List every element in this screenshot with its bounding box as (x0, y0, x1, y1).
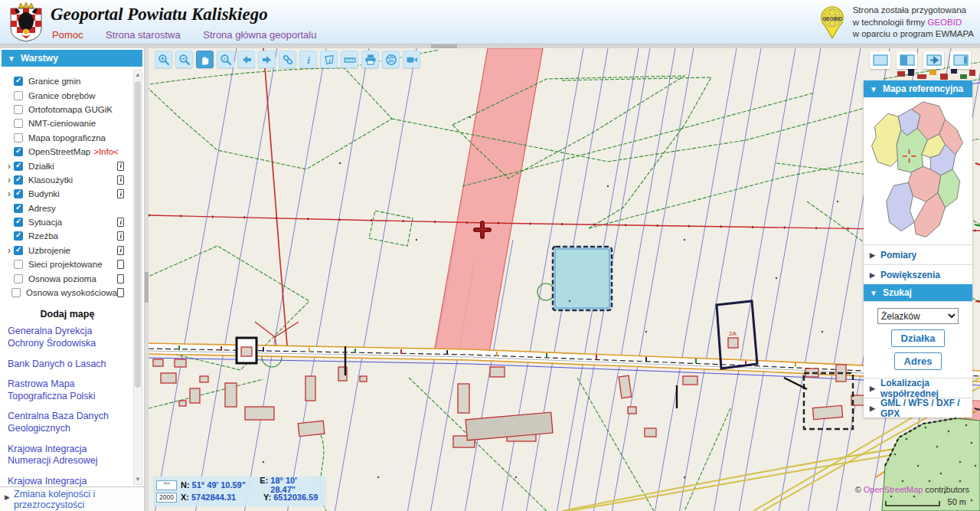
add-map-link-2[interactable]: Rastrowa Mapa Topograficzna Polski (8, 378, 127, 402)
geobid-link[interactable]: GEOBID (928, 18, 962, 27)
add-map-heading: Dodaj mapę (5, 309, 130, 319)
sidebar-scrollbar[interactable]: ▲ ▼ (133, 70, 142, 485)
layer-row-14: Osnowa pozioma (5, 271, 130, 285)
layer-label: Działki (28, 162, 54, 171)
previous-view-icon[interactable] (237, 51, 255, 68)
zoom-out-icon[interactable] (175, 51, 193, 68)
layer-row-9: Adresy (5, 201, 130, 215)
coordinate-format-button[interactable]: °'" (156, 480, 177, 490)
layer-row-4: Mapa topograficzna (5, 131, 130, 145)
layer-document-icon[interactable] (117, 260, 124, 269)
object-info-icon[interactable]: i (320, 51, 338, 68)
layer-document-icon[interactable] (117, 288, 124, 297)
layer-metadata-icon[interactable] (117, 246, 124, 255)
parcel-search-button[interactable]: Działka (891, 329, 946, 347)
layer-label: Budynki (28, 189, 60, 198)
full-map-icon[interactable] (870, 51, 890, 69)
zoom-in-icon[interactable] (155, 51, 172, 68)
layer-info-link[interactable]: >Info< (93, 147, 119, 156)
layer-label: Adresy (28, 204, 56, 213)
layer-checkbox[interactable] (14, 175, 23, 185)
layer-label: Sieci projektowane (28, 260, 103, 269)
coordinates-box: °'" N:51° 49' 10.59" E:18° 10' 28.47" 20… (153, 477, 326, 506)
county-office-link[interactable]: Strona starostwa (106, 29, 181, 41)
coordinate-location-section[interactable]: ▶ Lokalizacja współrzędnej (864, 378, 972, 398)
scroll-down-icon[interactable]: ▼ (134, 475, 142, 484)
add-map-link-1[interactable]: Bank Danych o Lasach (8, 359, 127, 371)
layers-scroll-area: Granice gminGranice obrębówOrtofotomapa … (0, 68, 130, 486)
layer-label: Granice gmin (28, 77, 80, 86)
layer-checkbox[interactable] (14, 204, 23, 213)
layer-row-13: Sieci projektowane (5, 257, 130, 271)
layer-label: Granice obrębów (28, 91, 96, 100)
help-link[interactable]: Pomoc (52, 29, 83, 41)
layer-metadata-icon[interactable] (117, 218, 124, 227)
measure-icon[interactable] (341, 51, 358, 68)
expand-arrow-icon[interactable]: › (5, 190, 14, 198)
split-left-panel-icon[interactable] (897, 51, 917, 69)
globe-icon[interactable] (382, 51, 400, 68)
layer-metadata-icon[interactable] (117, 162, 124, 171)
expand-arrow-icon: ▶ (870, 271, 875, 279)
openstreetmap-link[interactable]: OpenStreetMap (864, 485, 923, 494)
layer-checkbox[interactable] (14, 91, 23, 100)
search-header[interactable]: ▼ Szukaj (864, 284, 972, 301)
layer-checkbox[interactable] (14, 274, 23, 283)
layer-label: NMT-cieniowanie (28, 119, 96, 128)
layer-metadata-icon[interactable] (117, 175, 124, 185)
layer-checkbox[interactable] (14, 246, 23, 255)
layer-checkbox[interactable] (14, 133, 23, 142)
map-canvas[interactable]: 2A (149, 48, 980, 511)
expand-arrow-icon[interactable]: › (5, 247, 14, 254)
layer-checkbox[interactable] (14, 119, 23, 128)
gml-export-section[interactable]: ▶ GML / WFS / DXF / GPX (864, 398, 972, 418)
crs-2000-button[interactable]: 2000 (156, 493, 177, 503)
pan-hand-icon[interactable] (196, 51, 214, 68)
layer-checkbox[interactable] (14, 105, 23, 114)
reference-map-header[interactable]: ▼ Mapa referencyjna (864, 80, 972, 97)
right-panel-icon[interactable] (950, 51, 971, 69)
municipality-select[interactable]: Żelazków (877, 308, 959, 324)
address-search-button[interactable]: Adres (894, 352, 942, 370)
add-map-link-4[interactable]: Krajowa Integracja Numeracji Adresowej (8, 444, 127, 467)
zoom-window-icon[interactable] (217, 51, 234, 68)
add-map-links: Generalna Dyrekcja Ochrony ŚrodowiskaBan… (5, 326, 130, 486)
layers-panel-header[interactable]: ▼ Warstwy (2, 50, 142, 67)
layer-metadata-icon[interactable] (117, 231, 124, 241)
geobid-logo: GEOBID (818, 5, 847, 40)
layers-panel-title: Warstwy (21, 53, 58, 64)
add-map-link-0[interactable]: Generalna Dyrekcja Ochrony Środowiska (8, 326, 127, 349)
measures-section[interactable]: ▶ Pomiary (864, 244, 972, 264)
layer-checkbox[interactable] (14, 77, 23, 86)
layer-row-10: Sytuacja (5, 215, 130, 229)
layer-metadata-icon[interactable] (117, 189, 124, 198)
layer-document-icon[interactable] (117, 274, 124, 283)
layer-checkbox[interactable] (14, 162, 23, 171)
layer-row-2: Ortofotomapa GUGiK (5, 103, 130, 116)
camera-icon[interactable] (403, 51, 420, 68)
map-viewport[interactable]: 2A (149, 48, 980, 511)
layer-checkbox[interactable] (11, 288, 21, 297)
scroll-up-icon[interactable]: ▲ (134, 70, 142, 80)
add-map-link-5[interactable]: Krajowa Integracja Miejscowych Planow Za… (8, 476, 127, 486)
expand-arrow-icon[interactable]: › (5, 176, 14, 184)
scale-label: 50 m (948, 497, 966, 506)
expand-arrow-icon[interactable]: › (5, 162, 14, 170)
scrollbar-thumb[interactable] (135, 81, 141, 388)
info-icon[interactable]: i (299, 51, 317, 68)
reference-map[interactable] (864, 97, 972, 244)
zooms-section[interactable]: ▶ Powiększenia (864, 264, 972, 284)
layer-checkbox[interactable] (14, 231, 23, 241)
geoportal-home-link[interactable]: Strona główna geoportalu (203, 29, 316, 41)
layer-checkbox[interactable] (14, 218, 23, 227)
layer-checkbox[interactable] (14, 260, 23, 269)
link-icon[interactable] (279, 51, 296, 68)
collapse-panel-icon[interactable] (923, 51, 944, 69)
layer-order-section[interactable]: ▶ Zmiana kolejności i przezroczystości (0, 486, 144, 511)
layer-checkbox[interactable] (14, 189, 23, 198)
next-view-icon[interactable] (258, 51, 276, 68)
add-map-link-3[interactable]: Centralna Baza Danych Geologicznych (8, 411, 127, 434)
layer-checkbox[interactable] (14, 147, 23, 156)
print-icon[interactable] (361, 51, 379, 68)
layer-label: Osnowa pozioma (28, 274, 96, 283)
